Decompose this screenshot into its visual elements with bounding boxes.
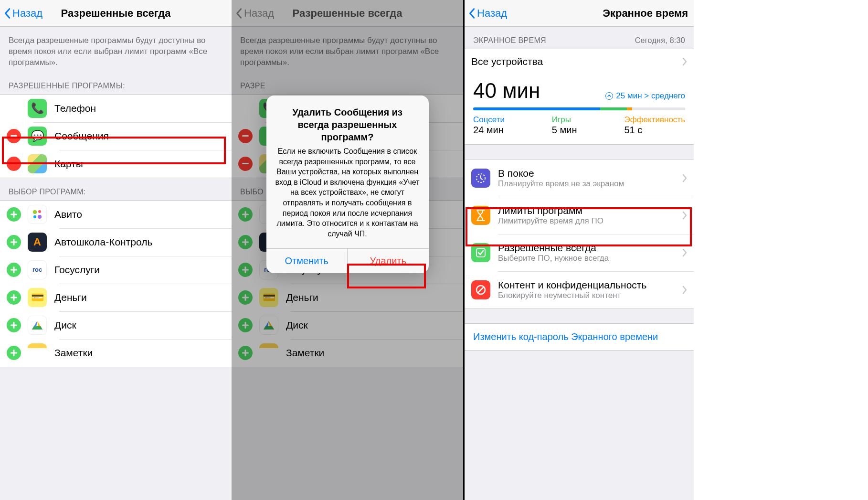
remove-button[interactable] bbox=[7, 129, 21, 143]
app-row[interactable]: гос Госуслуги bbox=[0, 256, 232, 284]
app-row[interactable]: 💳 Деньги bbox=[0, 284, 232, 311]
feature-sub: Выберите ПО, нужное всегда bbox=[498, 254, 682, 263]
phone-icon: 📞 bbox=[28, 99, 47, 118]
devices-label: Все устройства bbox=[471, 56, 682, 67]
svg-rect-12 bbox=[476, 248, 485, 257]
notes-icon bbox=[28, 343, 47, 362]
section-header-allowed: РАЗРЕШЕННЫЕ ПРОГРАММЫ: bbox=[0, 72, 232, 94]
legend-label: Игры bbox=[552, 115, 577, 125]
section-header-choose: ВЫБОР ПРОГРАММ: bbox=[0, 178, 232, 200]
legend-value: 24 мин bbox=[473, 125, 505, 136]
add-button[interactable] bbox=[7, 235, 21, 249]
usage-seg-games bbox=[600, 107, 627, 110]
chevron-left-icon bbox=[4, 8, 11, 19]
delta-indicator: 25 мин > среднего bbox=[605, 91, 685, 101]
page-title: Разрешенные всегда bbox=[61, 7, 171, 20]
chevron-right-icon bbox=[682, 211, 687, 220]
back-button[interactable]: Назад bbox=[4, 7, 42, 20]
change-passcode-link[interactable]: Изменить код-пароль Экранного времени bbox=[465, 323, 694, 351]
pane-always-allowed: Назад Разрешенные всегда Всегда разрешен… bbox=[0, 0, 232, 500]
avito-icon bbox=[28, 205, 47, 224]
app-row-maps[interactable]: Карты bbox=[0, 150, 232, 178]
messages-icon: 💬 bbox=[28, 127, 47, 146]
content-privacy-icon bbox=[471, 280, 490, 299]
alert-title: Удалить Сообщения из всегда разрешенных … bbox=[266, 96, 429, 146]
feature-title: Контент и конфиденциальность bbox=[498, 279, 682, 291]
add-button[interactable] bbox=[7, 290, 21, 305]
app-label: Деньги bbox=[54, 292, 225, 303]
cancel-button[interactable]: Отменить bbox=[266, 249, 348, 273]
feature-always-allowed[interactable]: Разрешенные всегда Выберите ПО, нужное в… bbox=[465, 234, 694, 271]
add-button[interactable] bbox=[7, 346, 21, 360]
svg-point-0 bbox=[33, 210, 37, 214]
chevron-right-icon bbox=[682, 174, 687, 182]
feature-sub: Лимитируйте время для ПО bbox=[498, 216, 682, 226]
feature-downtime[interactable]: В покое Планируйте время не за экраном bbox=[465, 160, 694, 197]
section-header-screentime: ЭКРАННОЕ ВРЕМЯ Сегодня, 8:30 bbox=[465, 27, 694, 49]
money-icon: 💳 bbox=[28, 288, 47, 307]
app-row-messages[interactable]: 💬 Сообщения bbox=[0, 122, 232, 150]
section-description: Всегда разрешенные программы будут досту… bbox=[0, 27, 232, 72]
add-button[interactable] bbox=[7, 318, 21, 332]
svg-point-3 bbox=[38, 215, 42, 219]
feature-sub: Планируйте время не за экраном bbox=[498, 179, 682, 189]
svg-marker-7 bbox=[32, 326, 42, 330]
usage-legend: Соцсети 24 мин Игры 5 мин Эффективность … bbox=[465, 115, 694, 144]
gosuslugi-icon: гос bbox=[28, 260, 47, 279]
devices-row[interactable]: Все устройства bbox=[465, 49, 694, 74]
add-button[interactable] bbox=[7, 207, 21, 222]
stats-block: Все устройства 40 мин 25 мин > среднего … bbox=[465, 49, 694, 145]
feature-app-limits[interactable]: Лимиты программ Лимитируйте время для ПО bbox=[465, 197, 694, 234]
feature-title: Лимиты программ bbox=[498, 205, 682, 216]
app-row[interactable]: Диск bbox=[0, 311, 232, 339]
chevron-right-icon bbox=[682, 286, 687, 294]
app-row[interactable]: A Автошкола-Контроль bbox=[0, 228, 232, 256]
legend-value: 51 с bbox=[624, 125, 685, 136]
legend-col-games: Игры 5 мин bbox=[552, 115, 577, 136]
app-limits-icon bbox=[471, 206, 490, 225]
app-label: Диск bbox=[54, 319, 225, 331]
legend-col-productivity: Эффективность 51 с bbox=[624, 115, 685, 136]
app-label: Карты bbox=[54, 158, 225, 170]
total-value: 40 мин bbox=[473, 79, 540, 103]
navbar: Назад Разрешенные всегда bbox=[0, 0, 232, 27]
app-label: Телефон bbox=[54, 103, 225, 114]
features-list: В покое Планируйте время не за экраном Л… bbox=[465, 159, 694, 309]
app-label: Сообщения bbox=[54, 130, 225, 142]
section-label: ЭКРАННОЕ ВРЕМЯ bbox=[473, 36, 546, 45]
usage-bar bbox=[473, 107, 685, 110]
pane-screen-time: Назад Экранное время ЭКРАННОЕ ВРЕМЯ Сего… bbox=[465, 0, 694, 500]
allowed-list: 📞 Телефон 💬 Сообщения Карты bbox=[0, 94, 232, 178]
app-row[interactable]: Авито bbox=[0, 201, 232, 228]
remove-button[interactable] bbox=[7, 157, 21, 171]
maps-icon bbox=[28, 154, 47, 173]
page-title: Экранное время bbox=[603, 7, 688, 20]
delta-label: 25 мин > среднего bbox=[616, 91, 685, 101]
svg-line-14 bbox=[478, 287, 484, 293]
usage-seg-productivity bbox=[627, 107, 632, 110]
delete-button[interactable]: Удалить bbox=[347, 249, 429, 273]
total-time: 40 мин 25 мин > среднего bbox=[465, 74, 694, 105]
app-row[interactable]: Заметки bbox=[0, 339, 232, 367]
feature-content-privacy[interactable]: Контент и конфиденциальность Блокируйте … bbox=[465, 271, 694, 309]
app-row-phone[interactable]: 📞 Телефон bbox=[0, 95, 232, 122]
chevron-left-icon bbox=[468, 8, 475, 19]
navbar: Назад Экранное время bbox=[465, 0, 694, 27]
school-icon: A bbox=[28, 233, 47, 252]
legend-col-social: Соцсети 24 мин bbox=[473, 115, 505, 136]
downtime-icon bbox=[471, 169, 490, 188]
app-label: Заметки bbox=[54, 347, 225, 359]
app-label: Авито bbox=[54, 209, 225, 220]
legend-label: Эффективность bbox=[624, 115, 685, 125]
back-label: Назад bbox=[12, 7, 42, 20]
pane-always-allowed-alert: Назад Разрешенные всегда Всегда разрешен… bbox=[232, 0, 463, 500]
app-label: Автошкола-Контроль bbox=[54, 236, 225, 248]
svg-point-2 bbox=[33, 215, 36, 218]
back-button[interactable]: Назад bbox=[468, 7, 507, 20]
chevron-right-icon bbox=[682, 57, 687, 66]
chevron-right-icon bbox=[682, 248, 687, 257]
alert-body: Если не включить Сообщения в список всег… bbox=[266, 146, 429, 248]
back-label: Назад bbox=[477, 7, 507, 20]
confirm-alert: Удалить Сообщения из всегда разрешенных … bbox=[266, 96, 429, 273]
add-button[interactable] bbox=[7, 263, 21, 277]
